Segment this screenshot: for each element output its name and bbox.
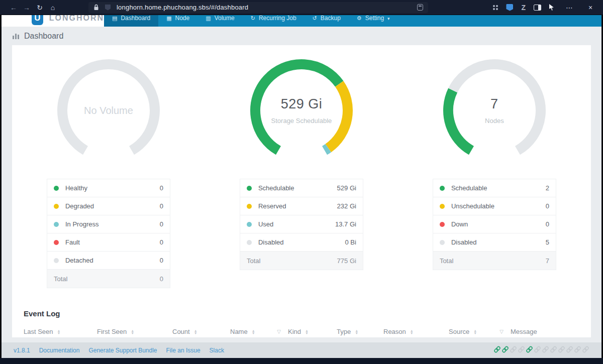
footer-link-documentation[interactable]: Documentation	[39, 347, 80, 354]
home-icon[interactable]: ⌂	[46, 4, 59, 12]
status-dot-icon	[54, 240, 59, 245]
filter-funnel-icon[interactable]: ▽	[499, 329, 504, 334]
reload-icon[interactable]: ↻	[33, 4, 46, 12]
stat-row-schedulable: Schedulable529 Gi	[240, 179, 363, 197]
column-header-type[interactable]: Type▲▼	[337, 325, 383, 337]
column-header-first-seen[interactable]: First Seen▲▼	[97, 325, 172, 337]
tab-recurring-job[interactable]: ↻Recurring Job	[243, 15, 305, 27]
lock-icon	[93, 4, 99, 11]
sort-carets-icon[interactable]: ▲▼	[194, 329, 197, 334]
column-label: Kind	[288, 328, 301, 335]
footer-link-file-an-issue[interactable]: File an Issue	[166, 347, 200, 354]
column-label: Last Seen	[24, 328, 53, 335]
stat-label: Reserved	[258, 202, 286, 210]
total-value: 0	[160, 275, 163, 283]
column-label: Count	[172, 328, 190, 335]
chevron-down-icon: ▾	[387, 15, 390, 22]
panel-nodes: 7NodesSchedulable2Unschedulable0Down0Dis…	[398, 58, 591, 288]
column-header-count[interactable]: Count▲▼	[172, 325, 230, 337]
sort-carets-icon[interactable]: ▲▼	[410, 329, 414, 334]
column-header-reason[interactable]: Reason▲▼	[383, 325, 449, 337]
tab-volume[interactable]: ▥Volume	[197, 15, 242, 27]
logo[interactable]: U LONGHORN	[2, 15, 104, 27]
page-title: Dashboard	[24, 32, 63, 41]
column-header-name[interactable]: Name▲▼▽	[230, 325, 288, 337]
link-status-icon-down	[518, 346, 525, 354]
footer-link-generate-support-bundle[interactable]: Generate Support Bundle	[88, 347, 157, 354]
column-header-message: Message	[511, 325, 579, 337]
address-bar[interactable]: longhorn.home.phuchoang.sbs/#/dashboard	[88, 2, 428, 13]
back-icon[interactable]: ←	[7, 4, 20, 12]
stat-row-degraded: Degraded0	[47, 197, 170, 215]
sort-carets-icon[interactable]: ▲▼	[252, 329, 255, 334]
page-viewport: U LONGHORN ▤Dashboard▦Node▥Volume↻Recurr…	[2, 15, 601, 358]
event-log-header: Last Seen▲▼First Seen▲▼Count▲▼Name▲▼▽Kin…	[24, 325, 579, 337]
link-status-icon-down	[550, 346, 557, 354]
app-navbar: U LONGHORN ▤Dashboard▦Node▥Volume↻Recurr…	[2, 15, 601, 27]
reader-mode-icon[interactable]	[417, 4, 423, 11]
tab-node[interactable]: ▦Node	[158, 15, 197, 27]
gauge-storage: 529 GiStorage Schedulable	[244, 58, 359, 163]
link-status-icon-down	[534, 346, 541, 354]
forward-icon[interactable]: →	[20, 4, 33, 12]
close-window-icon[interactable]: ×	[584, 4, 597, 12]
gauge-chart-icon	[51, 58, 166, 163]
stat-row-disabled: Disabled0 Bi	[240, 233, 363, 252]
sort-carets-icon[interactable]: ▲▼	[355, 329, 358, 334]
stat-value: 0	[160, 220, 163, 228]
column-header-last-seen[interactable]: Last Seen▲▼	[24, 325, 97, 337]
column-header-kind[interactable]: Kind▲▼	[288, 325, 337, 337]
tab-dashboard[interactable]: ▤Dashboard	[104, 15, 158, 27]
dashboard-card: No VolumeHealthy0Degraded0In Progress0Fa…	[12, 45, 591, 337]
tab-backup[interactable]: ↺Backup	[305, 15, 349, 27]
stat-value: 0	[546, 220, 549, 228]
stat-value: 5	[546, 238, 549, 246]
status-dot-icon	[440, 204, 445, 209]
sort-carets-icon[interactable]: ▲▼	[473, 329, 477, 334]
tab-setting[interactable]: ⚙Setting▾	[349, 15, 398, 27]
sort-carets-icon[interactable]: ▲▼	[305, 329, 309, 334]
column-label: Name	[230, 328, 248, 335]
status-dot-icon	[54, 186, 59, 191]
stat-table-storage: Schedulable529 GiReserved232 GiUsed13.7 …	[240, 179, 363, 270]
dashboard-icon: ▤	[112, 15, 117, 22]
more-menu-icon[interactable]: ⋯	[563, 4, 576, 12]
total-row: Total7	[433, 252, 556, 270]
link-status-icon-up	[526, 346, 533, 354]
stat-row-detached: Detached0	[47, 252, 170, 270]
zotero-icon[interactable]: Z	[521, 4, 526, 12]
tab-label: Dashboard	[121, 15, 150, 22]
column-header-source[interactable]: Source▲▼▽	[449, 325, 511, 337]
column-label: Source	[449, 328, 469, 335]
stat-row-schedulable: Schedulable2	[433, 179, 556, 197]
gauge-chart-icon	[244, 58, 359, 163]
stat-label: Disabled	[451, 238, 477, 246]
stat-label: Down	[451, 220, 468, 228]
stat-value: 0	[160, 257, 163, 264]
url-text[interactable]: longhorn.home.phuchoang.sbs/#/dashboard	[117, 4, 248, 11]
footer-link-slack[interactable]: Slack	[210, 347, 224, 354]
sort-carets-icon[interactable]: ▲▼	[57, 329, 61, 334]
nav-tabs: ▤Dashboard▦Node▥Volume↻Recurring Job↺Bac…	[104, 15, 398, 27]
stat-value: 0 Bi	[345, 238, 356, 246]
node-icon: ▦	[166, 15, 171, 22]
stat-value: 13.7 Gi	[335, 220, 356, 228]
event-log-section: Event Log Last Seen▲▼First Seen▲▼Count▲▼…	[24, 309, 579, 337]
sidebar-toggle-icon[interactable]	[534, 5, 541, 11]
tab-label: Setting	[365, 15, 384, 22]
stat-row-fault: Fault0	[47, 233, 170, 252]
stat-row-down: Down0	[433, 215, 556, 233]
stat-row-reserved: Reserved232 Gi	[240, 197, 363, 215]
link-status-icon-up	[501, 346, 509, 354]
total-label: Total	[440, 257, 453, 265]
extensions-menu-icon[interactable]	[493, 5, 498, 10]
status-dot-icon	[247, 240, 252, 245]
sort-carets-icon[interactable]: ▲▼	[131, 329, 134, 334]
stat-table-volume: Healthy0Degraded0In Progress0Fault0Detac…	[47, 179, 170, 288]
bitwarden-icon[interactable]	[506, 4, 513, 11]
filter-funnel-icon[interactable]: ▽	[277, 329, 281, 334]
stat-label: Fault	[65, 238, 80, 246]
stat-row-used: Used13.7 Gi	[240, 215, 363, 233]
stat-label: Disabled	[258, 238, 284, 246]
tracking-shield-icon[interactable]	[105, 5, 111, 11]
